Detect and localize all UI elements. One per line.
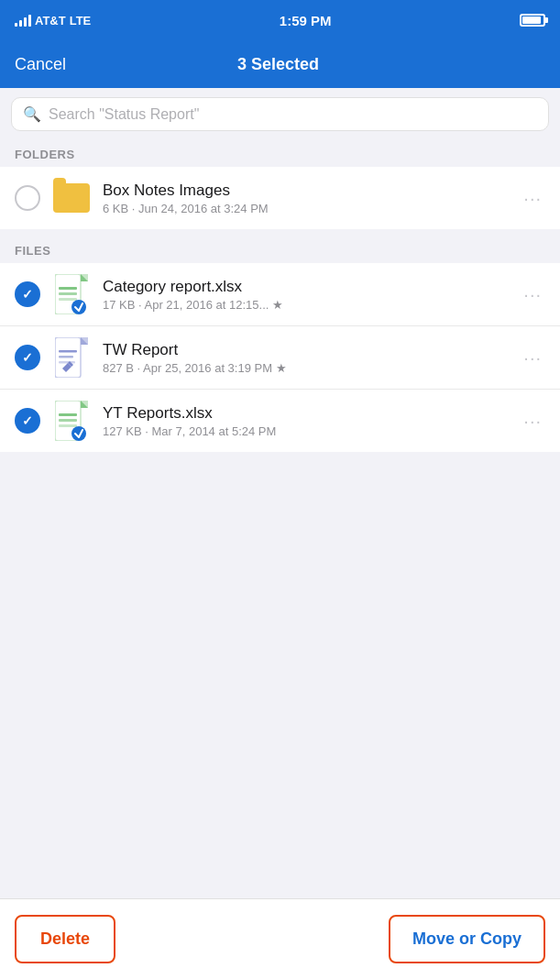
svg-point-16 [71, 426, 86, 441]
list-item[interactable]: TW Report 827 B · Apr 25, 2016 at 3:19 P… [0, 326, 560, 390]
network-type: LTE [70, 14, 92, 28]
svg-rect-3 [59, 292, 77, 295]
file-name-1: Category report.xlsx [103, 278, 509, 296]
nav-bar: Cancel 3 Selected [0, 40, 560, 88]
search-bar[interactable]: 🔍 Search "Status Report" [11, 97, 549, 131]
file-info-2: TW Report 827 B · Apr 25, 2016 at 3:19 P… [103, 341, 509, 375]
signal-icon [15, 14, 31, 27]
delete-button[interactable]: Delete [15, 915, 115, 963]
battery-icon [520, 14, 545, 27]
svg-rect-8 [59, 350, 77, 353]
file-info-3: YT Reports.xlsx 127 KB · Mar 7, 2014 at … [103, 404, 509, 438]
xlsx-icon-container-2 [51, 401, 92, 441]
file-name-2: TW Report [103, 341, 509, 359]
folder-meta: 6 KB · Jun 24, 2016 at 3:24 PM [103, 202, 509, 215]
file-info-1: Category report.xlsx 17 KB · Apr 21, 201… [103, 278, 509, 312]
folder-checkbox[interactable] [15, 185, 40, 211]
doc-icon [55, 337, 88, 378]
file-checkbox-2[interactable] [15, 345, 40, 370]
file-more-button-3[interactable]: ··· [520, 407, 545, 435]
cancel-button[interactable]: Cancel [15, 55, 66, 74]
content-area: 🔍 Search "Status Report" FOLDERS Box Not… [0, 88, 560, 898]
svg-rect-15 [59, 424, 77, 427]
svg-rect-2 [59, 287, 77, 290]
files-section-label: FILES [0, 236, 560, 263]
nav-title: 3 Selected [237, 55, 319, 74]
folder-info: Box Notes Images 6 KB · Jun 24, 2016 at … [103, 182, 509, 215]
svg-rect-9 [59, 356, 73, 358]
star-icon-1: ★ [272, 298, 283, 312]
file-name-3: YT Reports.xlsx [103, 404, 509, 423]
svg-point-5 [71, 300, 86, 314]
carrier-name: AT&T [35, 14, 66, 28]
file-meta-3: 127 KB · Mar 7, 2014 at 5:24 PM [103, 424, 509, 438]
status-time: 1:59 PM [280, 13, 332, 28]
move-copy-button[interactable]: Move or Copy [389, 915, 545, 963]
search-icon: 🔍 [23, 105, 41, 123]
folder-more-button[interactable]: ··· [520, 184, 545, 213]
file-meta-1: 17 KB · Apr 21, 2016 at 12:15... ★ [103, 298, 509, 312]
folders-section-label: FOLDERS [0, 140, 560, 167]
section-spacer-1 [0, 229, 560, 236]
file-meta-2: 827 B · Apr 25, 2016 at 3:19 PM ★ [103, 361, 509, 375]
file-checkbox-1[interactable] [15, 281, 40, 307]
xlsx-icon-2 [55, 401, 88, 441]
status-bar: AT&T LTE 1:59 PM [0, 0, 560, 40]
folder-icon [53, 183, 90, 213]
bottom-action-bar: Delete Move or Copy [0, 898, 560, 979]
svg-rect-10 [59, 361, 75, 364]
svg-rect-14 [59, 419, 77, 422]
search-bar-container: 🔍 Search "Status Report" [0, 88, 560, 140]
folders-list: Box Notes Images 6 KB · Jun 24, 2016 at … [0, 167, 560, 229]
list-item[interactable]: Box Notes Images 6 KB · Jun 24, 2016 at … [0, 167, 560, 229]
empty-area [0, 452, 560, 898]
folder-icon-container [51, 178, 92, 218]
file-checkbox-3[interactable] [15, 408, 40, 434]
xlsx-icon-1 [55, 274, 88, 314]
svg-rect-13 [59, 413, 77, 416]
xlsx-icon-container-1 [51, 274, 92, 314]
list-item[interactable]: YT Reports.xlsx 127 KB · Mar 7, 2014 at … [0, 390, 560, 452]
list-item[interactable]: Category report.xlsx 17 KB · Apr 21, 201… [0, 263, 560, 326]
star-icon-2: ★ [276, 361, 287, 375]
folder-name: Box Notes Images [103, 182, 509, 200]
carrier-info: AT&T LTE [15, 14, 91, 28]
files-list: Category report.xlsx 17 KB · Apr 21, 201… [0, 263, 560, 452]
doc-icon-container [51, 337, 92, 378]
file-more-button-2[interactable]: ··· [520, 344, 545, 372]
file-more-button-1[interactable]: ··· [520, 280, 545, 309]
svg-rect-4 [59, 298, 77, 301]
search-input[interactable]: Search "Status Report" [49, 106, 199, 123]
